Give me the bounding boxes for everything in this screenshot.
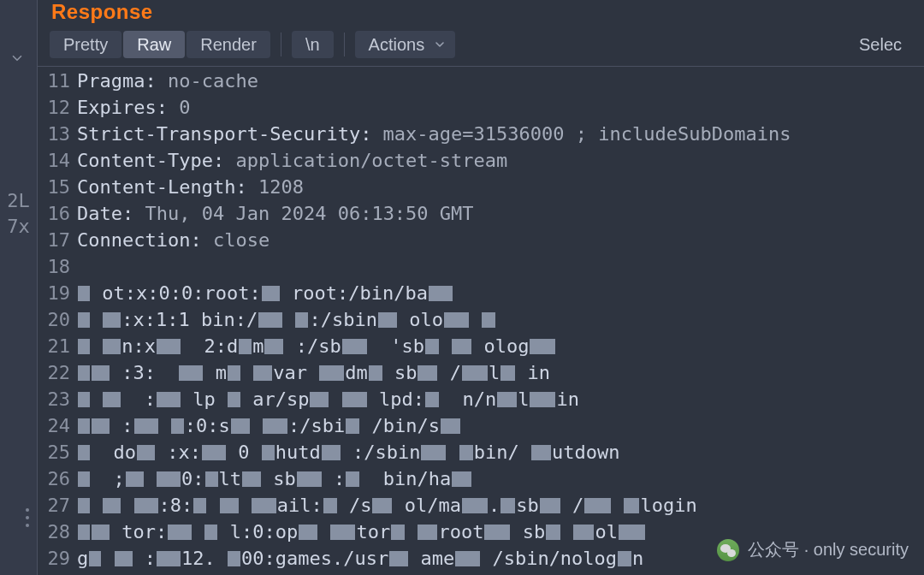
redaction-block: [546, 525, 560, 540]
newline-toggle-button[interactable]: \n: [292, 31, 334, 58]
redaction-block: [78, 286, 90, 301]
redaction-block: [346, 471, 359, 487]
redaction-block: [231, 418, 250, 434]
response-body-editor[interactable]: 11121314151617181920212223242526272829 P…: [38, 67, 924, 575]
line-number: 11: [38, 68, 70, 94]
redaction-block: [342, 339, 367, 354]
redaction-block: [137, 445, 155, 460]
header-value: 1208: [247, 176, 304, 198]
code-line: :8: ail: /s ol/ma.sb / login: [77, 492, 924, 519]
redaction-block: [103, 312, 121, 328]
redaction-block: [103, 498, 121, 513]
header-key: Pragma:: [77, 70, 157, 92]
redaction-block: [452, 339, 471, 354]
redaction-block: [455, 551, 480, 566]
redaction-block: [78, 418, 90, 434]
line-number: 22: [38, 359, 70, 386]
line-number: 25: [38, 439, 70, 465]
redaction-block: [134, 498, 158, 513]
line-number: 20: [38, 306, 70, 333]
response-toolbar: Pretty Raw Render \n Actions Selec: [38, 22, 924, 67]
redaction-block: [193, 498, 206, 513]
code-line: : :0:s :/sbi /bin/s: [77, 412, 924, 439]
redaction-block: [482, 312, 495, 328]
tab-raw[interactable]: Raw: [123, 31, 185, 58]
header-key: Strict-Transport-Security:: [77, 123, 371, 145]
redaction-block: [262, 286, 280, 301]
redaction-block: [369, 365, 382, 381]
line-number-gutter: 11121314151617181920212223242526272829: [38, 67, 77, 575]
line-number: 24: [38, 412, 70, 439]
line-number: 21: [38, 333, 70, 359]
header-value: 0: [168, 97, 191, 118]
redaction-block: [389, 551, 408, 566]
view-mode-segment: Pretty Raw Render: [50, 31, 270, 58]
redaction-block: [78, 365, 90, 381]
header-key: Content-Type:: [77, 150, 224, 171]
header-key: Expires:: [77, 97, 168, 118]
toolbar-divider: [344, 33, 345, 56]
drag-handle-icon[interactable]: [26, 508, 29, 527]
actions-menu-button[interactable]: Actions: [355, 31, 456, 58]
redaction-block: [618, 551, 631, 566]
line-number: 27: [38, 492, 70, 519]
redaction-block: [497, 392, 517, 407]
redaction-block: [157, 471, 181, 487]
redaction-block: [78, 392, 90, 407]
tab-render[interactable]: Render: [187, 31, 270, 58]
redaction-block: [78, 445, 90, 460]
redaction-block: [89, 551, 101, 566]
redaction-block: [462, 365, 488, 381]
redaction-block: [330, 525, 355, 540]
line-number: 13: [38, 121, 70, 147]
redaction-block: [624, 498, 639, 513]
redaction-block: [378, 312, 397, 328]
redaction-block: [157, 551, 181, 566]
redaction-block: [228, 551, 240, 566]
redaction-block: [444, 312, 469, 328]
line-number: 17: [38, 227, 70, 253]
redaction-block: [168, 525, 192, 540]
redaction-block: [264, 339, 283, 354]
chevron-down-icon[interactable]: [7, 48, 27, 68]
header-key: Content-Length:: [77, 176, 247, 198]
select-button[interactable]: Selec: [845, 31, 915, 58]
redaction-block: [92, 418, 110, 434]
redaction-block: [540, 498, 560, 513]
redaction-block: [92, 365, 110, 381]
header-key: Connection:: [77, 229, 202, 251]
redaction-block: [78, 339, 90, 354]
toolbar-divider: [281, 33, 281, 56]
redaction-block: [323, 498, 337, 513]
header-value: close: [202, 229, 270, 251]
redaction-block: [258, 312, 282, 328]
redaction-block: [253, 365, 272, 381]
code-line: n:x 2:dm :/sb 'sb olog: [77, 333, 924, 359]
header-value: max-age=31536000 ; includeSubDomains: [371, 123, 791, 145]
redaction-block: [78, 498, 90, 513]
code-line: Connection: close: [77, 227, 924, 253]
tab-pretty[interactable]: Pretty: [50, 31, 121, 58]
redaction-block: [228, 392, 240, 407]
redaction-block: [299, 525, 317, 540]
redaction-block: [262, 445, 275, 460]
redaction-block: [418, 365, 437, 381]
redaction-block: [500, 365, 515, 381]
panel-title: Response: [51, 0, 153, 24]
redaction-block: [157, 339, 181, 354]
watermark: 公众号 · only security: [717, 538, 909, 561]
redaction-block: [78, 525, 90, 540]
response-text-content[interactable]: Pragma: no-cacheExpires: 0Strict-Transpo…: [77, 67, 924, 575]
line-number: 12: [38, 94, 70, 121]
redaction-block: [530, 339, 555, 354]
redaction-block: [441, 418, 460, 434]
header-value: application/octet-stream: [224, 150, 507, 171]
redaction-block: [220, 498, 239, 513]
redaction-block: [171, 418, 184, 434]
redaction-block: [462, 498, 488, 513]
redaction-block: [584, 498, 611, 513]
redaction-block: [263, 418, 287, 434]
redaction-block: [346, 418, 359, 434]
redaction-block: [157, 392, 181, 407]
code-line: do :x: 0 hutd :/sbin bin/ utdown: [77, 439, 924, 465]
